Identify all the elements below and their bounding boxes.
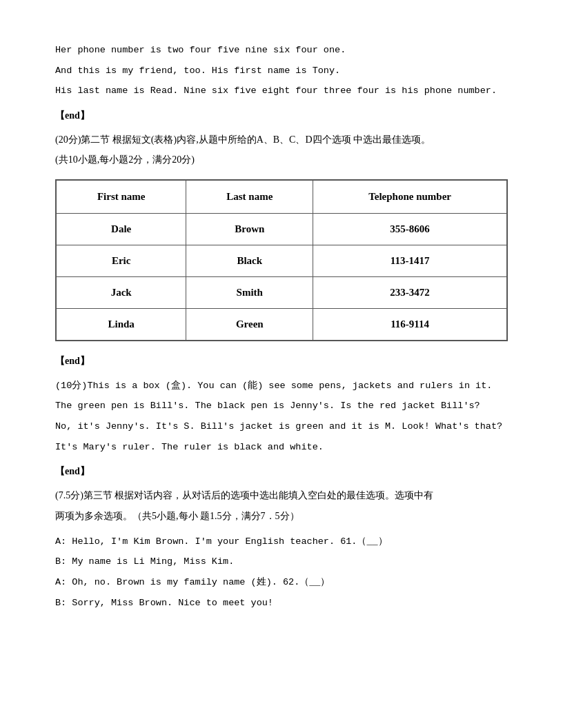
section2-desc1: (20分)第二节 根据短文(表格)内容,从题中所给的A、B、C、D四个选项 中选… (55, 131, 508, 148)
cell-lastname-3: Smith (186, 277, 313, 309)
cell-lastname-1: Brown (186, 214, 313, 245)
text-line-2: And this is my friend, too. His first na… (55, 62, 508, 80)
cell-lastname-4: Green (186, 309, 313, 341)
cell-phone-3: 233-3472 (313, 277, 507, 309)
dialog-line-1: A: Hello, I'm Kim Brown. I'm your Englis… (55, 533, 508, 551)
cell-firstname-4: Linda (57, 309, 186, 341)
end-marker-2: 【end】 (55, 352, 508, 370)
dialog-line-2: B: My name is Li Ming, Miss Kim. (55, 553, 508, 571)
cell-phone-4: 116-9114 (313, 309, 507, 341)
table-row: Linda Green 116-9114 (57, 309, 507, 341)
table-row: Dale Brown 355-8606 (57, 214, 507, 245)
col-lastname: Last name (186, 181, 313, 214)
col-firstname: First name (57, 181, 186, 214)
end-marker-1: 【end】 (55, 107, 508, 124)
cell-lastname-2: Black (186, 245, 313, 277)
section3-line2: The green pen is Bill's. The black pen i… (55, 397, 508, 415)
text-line-1: Her phone number is two four five nine s… (55, 41, 508, 59)
section4-desc1: (7.5分)第三节 根据对话内容，从对话后的选项中选出能填入空白处的最佳选项。选… (55, 487, 508, 504)
phone-table: First name Last name Telephone number Da… (55, 179, 508, 341)
col-telephone: Telephone number (313, 181, 507, 214)
section3-line1: (10分)This is a box (盒). You can (能) see … (55, 377, 508, 395)
page-content: Her phone number is two four five nine s… (55, 41, 508, 611)
cell-firstname-2: Eric (57, 245, 186, 277)
cell-firstname-3: Jack (57, 277, 186, 309)
table-row: Eric Black 113-1417 (57, 245, 507, 277)
cell-firstname-1: Dale (57, 214, 186, 245)
table-row: Jack Smith 233-3472 (57, 277, 507, 309)
dialog-line-3: A: Oh, no. Brown is my family name (姓). … (55, 574, 508, 592)
cell-phone-1: 355-8606 (313, 214, 507, 245)
dialog-line-4: B: Sorry, Miss Brown. Nice to meet you! (55, 594, 508, 612)
section2-desc2: (共10小题,每小题2分，满分20分) (55, 151, 508, 168)
text-line-3: His last name is Read. Nine six five eig… (55, 82, 508, 100)
end-marker-3: 【end】 (55, 463, 508, 480)
section3-line4: It's Mary's ruler. The ruler is black an… (55, 438, 508, 456)
cell-phone-2: 113-1417 (313, 245, 507, 277)
section4-desc2: 两项为多余选项。（共5小题,每小 题1.5分，满分7．5分） (55, 507, 508, 525)
section3-line3: No, it's Jenny's. It's S. Bill's jacket … (55, 418, 508, 436)
